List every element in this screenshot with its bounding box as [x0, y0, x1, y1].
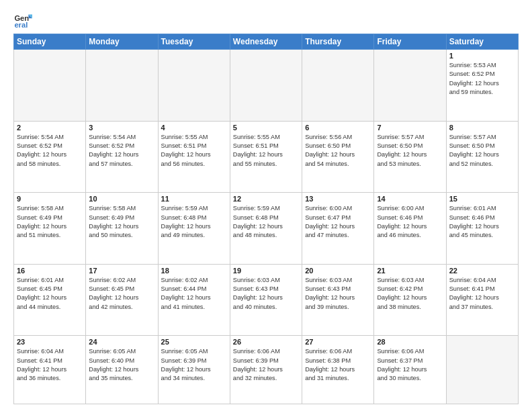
day-number: 3 [89, 124, 154, 132]
calendar-cell [86, 50, 158, 122]
day-info: Sunrise: 6:01 AM Sunset: 6:46 PM Dayligh… [449, 204, 515, 240]
calendar-cell: 7Sunrise: 5:57 AM Sunset: 6:50 PM Daylig… [374, 121, 446, 193]
day-info: Sunrise: 6:00 AM Sunset: 6:46 PM Dayligh… [377, 204, 443, 240]
week-row-2: 2Sunrise: 5:54 AM Sunset: 6:52 PM Daylig… [14, 121, 519, 193]
day-number: 14 [377, 195, 443, 203]
day-number: 11 [161, 195, 227, 203]
day-number: 21 [377, 267, 443, 275]
day-number: 4 [161, 124, 227, 132]
calendar-cell [158, 50, 230, 122]
day-info: Sunrise: 6:02 AM Sunset: 6:45 PM Dayligh… [89, 276, 154, 312]
calendar-cell: 28Sunrise: 6:06 AM Sunset: 6:37 PM Dayli… [374, 336, 446, 404]
week-row-3: 9Sunrise: 5:58 AM Sunset: 6:49 PM Daylig… [14, 193, 519, 265]
weekday-header-sunday: Sunday [14, 34, 86, 50]
day-number: 2 [17, 124, 83, 132]
day-number: 25 [161, 338, 227, 346]
day-number: 19 [233, 267, 299, 275]
day-number: 7 [377, 124, 443, 132]
day-info: Sunrise: 5:59 AM Sunset: 6:48 PM Dayligh… [161, 204, 227, 240]
calendar-cell [446, 336, 518, 404]
calendar-cell: 21Sunrise: 6:03 AM Sunset: 6:42 PM Dayli… [374, 264, 446, 336]
weekday-header-friday: Friday [374, 34, 446, 50]
calendar-cell: 16Sunrise: 6:01 AM Sunset: 6:45 PM Dayli… [14, 264, 86, 336]
day-info: Sunrise: 6:02 AM Sunset: 6:44 PM Dayligh… [161, 276, 227, 312]
day-info: Sunrise: 5:54 AM Sunset: 6:52 PM Dayligh… [89, 133, 154, 169]
day-info: Sunrise: 5:54 AM Sunset: 6:52 PM Dayligh… [17, 133, 83, 169]
day-number: 10 [89, 195, 154, 203]
day-info: Sunrise: 5:55 AM Sunset: 6:51 PM Dayligh… [161, 133, 227, 169]
calendar-cell: 4Sunrise: 5:55 AM Sunset: 6:51 PM Daylig… [158, 121, 230, 193]
day-number: 17 [89, 267, 154, 275]
weekday-header-thursday: Thursday [302, 34, 374, 50]
day-info: Sunrise: 6:03 AM Sunset: 6:43 PM Dayligh… [305, 276, 371, 312]
day-info: Sunrise: 6:06 AM Sunset: 6:38 PM Dayligh… [305, 347, 371, 383]
day-number: 28 [377, 338, 443, 346]
calendar-table: SundayMondayTuesdayWednesdayThursdayFrid… [13, 34, 519, 404]
day-info: Sunrise: 6:06 AM Sunset: 6:37 PM Dayligh… [377, 347, 443, 383]
weekday-header-row: SundayMondayTuesdayWednesdayThursdayFrid… [14, 34, 519, 50]
day-number: 5 [233, 124, 299, 132]
weekday-header-wednesday: Wednesday [230, 34, 302, 50]
day-info: Sunrise: 6:03 AM Sunset: 6:42 PM Dayligh… [377, 276, 443, 312]
day-number: 26 [233, 338, 299, 346]
calendar-cell: 6Sunrise: 5:56 AM Sunset: 6:50 PM Daylig… [302, 121, 374, 193]
calendar-cell: 14Sunrise: 6:00 AM Sunset: 6:46 PM Dayli… [374, 193, 446, 265]
calendar-cell: 23Sunrise: 6:04 AM Sunset: 6:41 PM Dayli… [14, 336, 86, 404]
calendar-cell [14, 50, 86, 122]
calendar-cell: 2Sunrise: 5:54 AM Sunset: 6:52 PM Daylig… [14, 121, 86, 193]
weekday-header-monday: Monday [86, 34, 158, 50]
day-info: Sunrise: 6:06 AM Sunset: 6:39 PM Dayligh… [233, 347, 299, 383]
calendar-cell [302, 50, 374, 122]
day-info: Sunrise: 5:56 AM Sunset: 6:50 PM Dayligh… [305, 133, 371, 169]
day-info: Sunrise: 6:03 AM Sunset: 6:43 PM Dayligh… [233, 276, 299, 312]
calendar-cell: 12Sunrise: 5:59 AM Sunset: 6:48 PM Dayli… [230, 193, 302, 265]
calendar-cell: 17Sunrise: 6:02 AM Sunset: 6:45 PM Dayli… [86, 264, 158, 336]
day-info: Sunrise: 6:05 AM Sunset: 6:40 PM Dayligh… [89, 347, 154, 383]
week-row-4: 16Sunrise: 6:01 AM Sunset: 6:45 PM Dayli… [14, 264, 519, 336]
calendar-cell: 11Sunrise: 5:59 AM Sunset: 6:48 PM Dayli… [158, 193, 230, 265]
day-number: 20 [305, 267, 371, 275]
day-number: 16 [17, 267, 83, 275]
day-number: 23 [17, 338, 83, 346]
day-number: 15 [449, 195, 515, 203]
calendar-cell [374, 50, 446, 122]
weekday-header-saturday: Saturday [446, 34, 518, 50]
day-info: Sunrise: 5:59 AM Sunset: 6:48 PM Dayligh… [233, 204, 299, 240]
day-info: Sunrise: 5:58 AM Sunset: 6:49 PM Dayligh… [89, 204, 154, 240]
day-info: Sunrise: 5:57 AM Sunset: 6:50 PM Dayligh… [377, 133, 443, 169]
calendar-cell: 5Sunrise: 5:55 AM Sunset: 6:51 PM Daylig… [230, 121, 302, 193]
day-info: Sunrise: 6:04 AM Sunset: 6:41 PM Dayligh… [17, 347, 83, 383]
week-row-1: 1Sunrise: 5:53 AM Sunset: 6:52 PM Daylig… [14, 50, 519, 122]
day-info: Sunrise: 5:57 AM Sunset: 6:50 PM Dayligh… [449, 133, 515, 169]
day-number: 8 [449, 124, 515, 132]
svg-text:eral: eral [14, 21, 28, 29]
day-info: Sunrise: 6:00 AM Sunset: 6:47 PM Dayligh… [305, 204, 371, 240]
calendar-cell: 1Sunrise: 5:53 AM Sunset: 6:52 PM Daylig… [446, 50, 518, 122]
day-info: Sunrise: 6:05 AM Sunset: 6:39 PM Dayligh… [161, 347, 227, 383]
day-number: 18 [161, 267, 227, 275]
logo-icon: Gen eral [13, 11, 32, 30]
calendar-cell: 22Sunrise: 6:04 AM Sunset: 6:41 PM Dayli… [446, 264, 518, 336]
calendar-cell: 10Sunrise: 5:58 AM Sunset: 6:49 PM Dayli… [86, 193, 158, 265]
day-number: 22 [449, 267, 515, 275]
calendar-cell: 13Sunrise: 6:00 AM Sunset: 6:47 PM Dayli… [302, 193, 374, 265]
header: Gen eral [13, 11, 519, 30]
calendar-cell: 18Sunrise: 6:02 AM Sunset: 6:44 PM Dayli… [158, 264, 230, 336]
calendar-cell: 8Sunrise: 5:57 AM Sunset: 6:50 PM Daylig… [446, 121, 518, 193]
calendar-cell [230, 50, 302, 122]
day-info: Sunrise: 5:55 AM Sunset: 6:51 PM Dayligh… [233, 133, 299, 169]
calendar-cell: 25Sunrise: 6:05 AM Sunset: 6:39 PM Dayli… [158, 336, 230, 404]
calendar-cell: 20Sunrise: 6:03 AM Sunset: 6:43 PM Dayli… [302, 264, 374, 336]
day-number: 9 [17, 195, 83, 203]
day-info: Sunrise: 6:04 AM Sunset: 6:41 PM Dayligh… [449, 276, 515, 312]
calendar-cell: 15Sunrise: 6:01 AM Sunset: 6:46 PM Dayli… [446, 193, 518, 265]
day-number: 6 [305, 124, 371, 132]
day-info: Sunrise: 5:53 AM Sunset: 6:52 PM Dayligh… [449, 61, 515, 97]
logo: Gen eral [13, 11, 35, 30]
weekday-header-tuesday: Tuesday [158, 34, 230, 50]
calendar-cell: 26Sunrise: 6:06 AM Sunset: 6:39 PM Dayli… [230, 336, 302, 404]
calendar-cell: 3Sunrise: 5:54 AM Sunset: 6:52 PM Daylig… [86, 121, 158, 193]
day-number: 24 [89, 338, 154, 346]
day-info: Sunrise: 5:58 AM Sunset: 6:49 PM Dayligh… [17, 204, 83, 240]
day-number: 27 [305, 338, 371, 346]
